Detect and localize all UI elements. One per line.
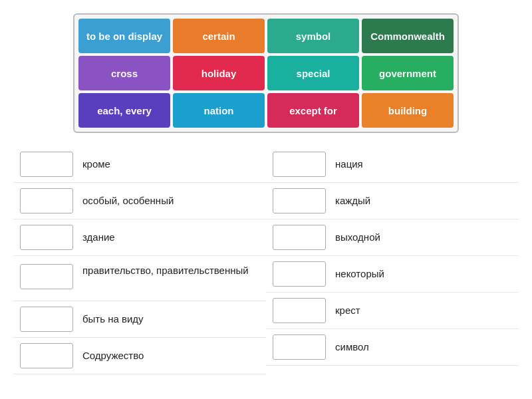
match-row-simvol: символ bbox=[266, 329, 519, 366]
match-label-pravitelstvo: правительство, правительственный bbox=[82, 264, 249, 277]
word-tile-each-every[interactable]: each, every bbox=[78, 93, 170, 128]
match-label-zdanie: здание bbox=[82, 231, 115, 244]
match-row-pravitelstvo: правительство, правительственный bbox=[13, 256, 266, 301]
left-column: кромеособый, особенныйзданиеправительств… bbox=[13, 146, 266, 374]
match-row-sodruzhestvo: Содружество bbox=[13, 338, 266, 374]
word-tile-special[interactable]: special bbox=[267, 56, 359, 90]
answer-box-simvol[interactable] bbox=[273, 334, 326, 360]
answer-box-kazhdiy[interactable] bbox=[273, 188, 326, 213]
match-label-kazhdiy: каждый bbox=[335, 194, 370, 207]
match-row-byt-na-vidu: быть на виду bbox=[13, 301, 266, 338]
word-tile-certain[interactable]: certain bbox=[173, 19, 265, 53]
word-tile-holiday[interactable]: holiday bbox=[173, 56, 265, 90]
answer-box-nekotoriy[interactable] bbox=[273, 261, 326, 287]
match-label-sodruzhestvo: Содружество bbox=[82, 349, 144, 362]
word-tile-to-be-on-display[interactable]: to be on display bbox=[78, 19, 170, 53]
match-label-osobiy: особый, особенный bbox=[82, 194, 174, 207]
answer-box-sodruzhestvo[interactable] bbox=[20, 343, 73, 368]
word-grid-section: to be on displaycertainsymbolCommonwealt… bbox=[0, 0, 532, 140]
match-label-nekotoriy: некоторый bbox=[335, 267, 384, 281]
answer-box-osobiy[interactable] bbox=[20, 188, 73, 213]
word-tile-cross[interactable]: cross bbox=[78, 56, 170, 90]
word-tile-nation[interactable]: nation bbox=[173, 93, 265, 128]
matching-section: кромеособый, особенныйзданиеправительств… bbox=[0, 140, 532, 381]
word-tile-building[interactable]: building bbox=[362, 93, 454, 128]
match-row-natsiya: нация bbox=[266, 146, 519, 183]
match-row-nekotoriy: некоторый bbox=[266, 256, 519, 293]
match-row-osobiy: особый, особенный bbox=[13, 183, 266, 219]
word-tile-commonwealth[interactable]: Commonwealth bbox=[362, 19, 454, 53]
answer-box-pravitelstvo[interactable] bbox=[20, 264, 73, 289]
match-row-krest: крест bbox=[266, 293, 519, 329]
match-row-vykhodnoy: выходной bbox=[266, 219, 519, 256]
match-label-krome: кроме bbox=[82, 158, 110, 171]
match-row-zdanie: здание bbox=[13, 219, 266, 256]
word-tile-symbol[interactable]: symbol bbox=[267, 19, 359, 53]
match-label-krest: крест bbox=[335, 304, 360, 317]
answer-box-natsiya[interactable] bbox=[273, 152, 326, 177]
answer-box-krest[interactable] bbox=[273, 298, 326, 323]
word-grid: to be on displaycertainsymbolCommonwealt… bbox=[73, 13, 459, 133]
word-tile-government[interactable]: government bbox=[362, 56, 454, 90]
match-label-simvol: символ bbox=[335, 340, 369, 354]
match-label-byt-na-vidu: быть на виду bbox=[82, 313, 144, 326]
match-row-krome: кроме bbox=[13, 146, 266, 183]
match-label-vykhodnoy: выходной bbox=[335, 231, 380, 244]
answer-box-krome[interactable] bbox=[20, 152, 73, 177]
answer-box-byt-na-vidu[interactable] bbox=[20, 307, 73, 332]
answer-box-vykhodnoy[interactable] bbox=[273, 225, 326, 250]
right-column: нациякаждыйвыходнойнекоторыйкрестсимвол bbox=[266, 146, 519, 374]
match-row-kazhdiy: каждый bbox=[266, 183, 519, 219]
match-label-natsiya: нация bbox=[335, 158, 363, 171]
answer-box-zdanie[interactable] bbox=[20, 225, 73, 250]
word-tile-except-for[interactable]: except for bbox=[267, 93, 359, 128]
